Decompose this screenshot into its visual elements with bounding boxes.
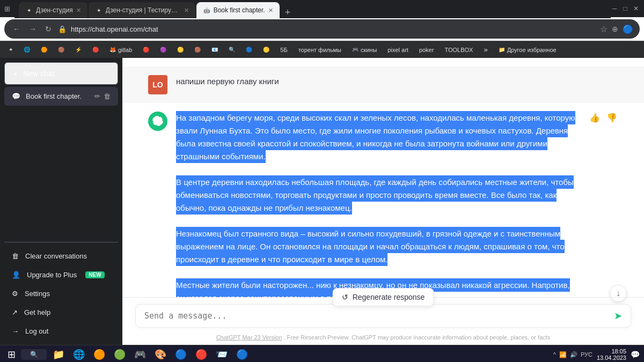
user-message-content: напиши первую главу книги (176, 75, 618, 94)
bookmarks-bar: ✦ 🌐 🟠 🟤 ⚡ 🔴 🦊gitlab 🔴 🟣 🟡 🟤 📧 🔍 🔵 🟡 5Б т… (0, 41, 644, 58)
regenerate-popup[interactable]: ↺ Regenerate response (333, 288, 434, 306)
edit-chat-button[interactable]: ✏ (94, 92, 100, 100)
star-icon[interactable]: ☆ (600, 24, 608, 34)
bm-more[interactable]: » (479, 45, 492, 55)
url-input[interactable] (71, 25, 594, 33)
bm-email[interactable]: 📧 (207, 46, 222, 54)
clear-conversations-button[interactable]: 🗑 Clear conversations (4, 247, 118, 265)
start-button[interactable]: ⊞ (4, 348, 19, 361)
bm-poker[interactable]: poker (415, 46, 438, 54)
ai-para-2: В центре деревни находилась небольшая пл… (176, 175, 574, 215)
bm-movies[interactable]: торент фильмы (294, 46, 346, 54)
bm-star[interactable]: ✦ (4, 46, 17, 54)
title-bar: ⊞ ✦ Дзен-студия ✕ ✦ Дзен-студия | Тестир… (0, 0, 644, 17)
taskbar-app-3[interactable]: 🟠 (90, 346, 109, 362)
bm-gitlab[interactable]: 🦊gitlab (105, 46, 136, 54)
bm-6[interactable]: 🔴 (88, 46, 103, 54)
bm-4[interactable]: 🟤 (54, 46, 69, 54)
help-icon: ↗ (12, 308, 18, 316)
tab-3-icon: 🤖 (203, 6, 210, 14)
taskbar-right: ^ 📶 🔊 РУС 18:05 13.04.2023 💬 (553, 348, 640, 361)
close-button[interactable]: ✕ (632, 5, 640, 12)
taskbar-apps: 📁 🌐 🟠 🟢 🎮 🎨 🔵 🔴 📨 🔵 (49, 346, 551, 362)
regen-icon: ↺ (342, 293, 348, 301)
delete-chat-button[interactable]: 🗑 (104, 92, 111, 100)
new-chat-button[interactable]: + New chat (4, 62, 118, 85)
taskbar-app-5[interactable]: 🎮 (130, 346, 150, 362)
taskbar-app-9[interactable]: 📨 (212, 346, 231, 362)
chat-item-book[interactable]: 💬 Book first chapter. ✏ 🗑 (4, 87, 118, 106)
taskbar-app-7[interactable]: 🔵 (171, 346, 191, 362)
tab-3[interactable]: 🤖 Book first chapter. ✕ (196, 2, 280, 18)
settings-button[interactable]: ⚙ Settings (4, 284, 118, 303)
footer-text: . Free Research Preview. ChatGPT may pro… (283, 334, 550, 341)
main-content: LO напиши первую главу книги На западном… (122, 58, 644, 345)
bm-folder[interactable]: 📁Другое избранное (494, 46, 561, 54)
bm-globe[interactable]: 🌐 (19, 46, 34, 54)
browser-icon: ⊞ (4, 5, 10, 13)
new-tab-button[interactable]: + (281, 7, 295, 18)
browser-chrome: ⊞ ✦ Дзен-студия ✕ ✦ Дзен-студия | Тестир… (0, 0, 644, 58)
bm-15[interactable]: 🟡 (259, 46, 274, 54)
back-button[interactable]: ← (11, 24, 23, 34)
help-label: Get help (24, 308, 50, 316)
taskbar-app-8[interactable]: 🔴 (192, 346, 211, 362)
bm-14[interactable]: 🔵 (241, 46, 257, 54)
bm-search[interactable]: 🔍 (224, 46, 239, 54)
minimize-button[interactable]: ─ (611, 5, 618, 12)
footer-link[interactable]: ChatGPT Mar 23 Version (216, 334, 282, 341)
tab-2[interactable]: ✦ Дзен-студия | Тестирую нейро... ✕ (89, 2, 195, 18)
send-button[interactable]: ➤ (614, 310, 622, 322)
forward-button[interactable]: → (27, 24, 39, 34)
help-button[interactable]: ↗ Get help (4, 303, 118, 322)
lock-icon: 🔒 (58, 25, 67, 33)
refresh-button[interactable]: ↻ (43, 24, 54, 34)
bm-5b[interactable]: 5Б (276, 46, 291, 54)
extensions-icon: ⊕ (612, 25, 618, 33)
upgrade-label: Upgrade to Plus (27, 271, 77, 279)
tab-3-close[interactable]: ✕ (268, 7, 273, 14)
bm-5[interactable]: ⚡ (71, 46, 86, 54)
tab-2-close[interactable]: ✕ (184, 7, 189, 14)
maximize-button[interactable]: □ (621, 5, 629, 12)
bm-skins[interactable]: 🎮скины (348, 46, 381, 54)
taskbar-tray: ^ 📶 🔊 РУС (553, 351, 592, 358)
ai-message: На западном берегу моря, среди высоких с… (122, 103, 644, 297)
settings-label: Settings (25, 290, 50, 298)
tray-volume: 🔊 (570, 351, 577, 358)
bm-10[interactable]: 🟡 (173, 46, 188, 54)
taskbar-app-10[interactable]: 🔵 (232, 346, 252, 362)
tab-1[interactable]: ✦ Дзен-студия ✕ (19, 2, 87, 18)
bm-pixelart[interactable]: pixel art (383, 46, 413, 54)
ai-avatar (148, 112, 167, 131)
address-bar: ← → ↻ 🔒 ☆ ⊕ 🔵 (4, 19, 640, 39)
bm-11[interactable]: 🟤 (190, 46, 205, 54)
sidebar-bottom: 🗑 Clear conversations 👤 Upgrade to Plus … (4, 242, 118, 341)
thumbs-down-button[interactable]: 👎 (605, 112, 618, 124)
tab-1-close[interactable]: ✕ (76, 7, 81, 14)
taskbar-app-1[interactable]: 📁 (49, 346, 68, 362)
plus-icon: + (13, 69, 18, 78)
chat-item-actions: ✏ 🗑 (94, 92, 111, 100)
taskbar-app-2[interactable]: 🌐 (69, 346, 89, 362)
tab-2-label: Дзен-студия | Тестирую нейро... (106, 6, 181, 14)
notification-button[interactable]: 💬 (631, 350, 640, 359)
bm-9[interactable]: 🟣 (156, 46, 171, 54)
message-input[interactable] (144, 311, 614, 321)
tab-1-label: Дзен-студия (36, 6, 73, 14)
taskbar-app-4[interactable]: 🟢 (110, 346, 129, 362)
taskbar: ⊞ 🔍 📁 🌐 🟠 🟢 🎮 🎨 🔵 🔴 📨 🔵 ^ 📶 🔊 РУС 18:05 … (0, 345, 644, 362)
tray-arrow[interactable]: ^ (553, 351, 556, 358)
tab-3-label: Book first chapter. (214, 6, 265, 14)
bm-toolbox[interactable]: TOOLBOX (440, 46, 477, 54)
taskbar-app-6[interactable]: 🎨 (151, 346, 170, 362)
bm-8[interactable]: 🔴 (138, 46, 153, 54)
taskbar-search[interactable]: 🔍 (21, 349, 47, 360)
bm-3[interactable]: 🟠 (36, 46, 52, 54)
logout-button[interactable]: → Log out (4, 322, 118, 341)
app-container: + New chat 💬 Book first chapter. ✏ 🗑 🗑 C… (0, 58, 644, 345)
thumbs-up-button[interactable]: 👍 (588, 112, 601, 124)
ai-para-1: На западном берегу моря, среди высоких с… (176, 111, 575, 163)
tray-lang: РУС (581, 351, 592, 358)
upgrade-button[interactable]: 👤 Upgrade to Plus NEW (4, 265, 118, 284)
